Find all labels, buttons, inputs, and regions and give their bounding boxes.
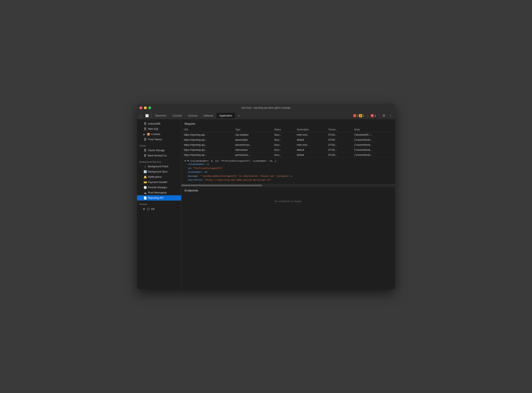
cell-4-5: {"columnNumb... bbox=[352, 152, 395, 157]
col-body: Body bbox=[352, 127, 395, 133]
cell-3-3: default bbox=[294, 147, 326, 152]
tab-more[interactable]: » bbox=[235, 113, 242, 118]
notifications-icon: 🔔 bbox=[143, 175, 147, 179]
sidebar-item-cookies[interactable]: ▶ 🍪 Cookies bbox=[137, 132, 181, 137]
cell-2-5: {"columnNumb... bbox=[352, 142, 395, 147]
sidebar-item-reportingapi[interactable]: 📄 Reporting API bbox=[137, 195, 181, 201]
sidebar-item-bgfetch[interactable]: ↕ Background Fetch bbox=[137, 164, 181, 169]
tab-network[interactable]: Network bbox=[201, 113, 216, 118]
json-line-0: columnNumber: 8 bbox=[185, 162, 392, 166]
sidebar-item-indexeddb[interactable]: 🗄 IndexedDB bbox=[137, 121, 181, 126]
cell-2-3: main-end... bbox=[294, 142, 326, 147]
scrollbar-thumb[interactable] bbox=[181, 185, 262, 186]
cell-0-2: Succ... bbox=[272, 133, 294, 138]
cell-4-2: Succ... bbox=[272, 152, 294, 157]
sidebar-item-notifications[interactable]: 🔔 Notifications bbox=[137, 174, 181, 180]
sidebar-item-periodicbg[interactable]: 🕐 Periodic Backgro bbox=[137, 185, 181, 190]
title-bar: DevTools - reporting-api-demo.glitch.me/… bbox=[137, 104, 395, 112]
more-options-button[interactable]: ⋮ bbox=[388, 113, 393, 118]
tab-right-actions: ✕ 2 ⚠ 1 ⚑ 1 ⚙ ⋮ bbox=[352, 113, 393, 118]
element-picker-button[interactable]: ⬚ bbox=[139, 113, 144, 118]
sidebar-item-paymenthandler[interactable]: 💳 Payment Handler bbox=[137, 180, 181, 185]
periodicbg-icon: 🕐 bbox=[143, 186, 147, 189]
cell-0-0: https://reporting-api... bbox=[181, 133, 233, 138]
col-url: URL bbox=[181, 127, 233, 133]
reports-table-container[interactable]: URL Type Status Destination Timest... Bo… bbox=[181, 127, 395, 157]
websql-icon: 🗄 bbox=[143, 127, 147, 131]
table-row[interactable]: https://reporting-api...document-po...Su… bbox=[181, 142, 395, 147]
device-toolbar-button[interactable]: ⬜ bbox=[144, 113, 150, 118]
cell-0-5: {"blockedURL":... bbox=[352, 133, 395, 138]
right-separator bbox=[379, 114, 379, 118]
json-key-4: sourceFile bbox=[188, 179, 202, 181]
json-line-1: id: "PrefixedStorageInfo" bbox=[185, 166, 392, 170]
tab-elements[interactable]: Elements bbox=[152, 113, 169, 118]
json-key-1: id bbox=[188, 167, 191, 169]
sidebar-item-cachestorage[interactable]: 🗄 Cache Storage bbox=[137, 148, 181, 153]
tab-bar: ⬚ ⬜ Elements Console Sources Network App… bbox=[137, 112, 395, 119]
bgfetch-icon: ↕ bbox=[143, 165, 147, 168]
horizontal-scrollbar[interactable] bbox=[181, 184, 395, 187]
no-endpoints-message: No endpoints to display bbox=[181, 194, 395, 209]
report-count-badge[interactable]: ⚑ 1 bbox=[369, 114, 377, 118]
cell-4-4: 07/10/... bbox=[326, 152, 352, 157]
cookies-expand-arrow[interactable]: ▶ bbox=[143, 133, 146, 135]
reports-table: URL Type Status Destination Timest... Bo… bbox=[181, 127, 395, 157]
frames-top-expand-arrow[interactable]: ▶ bbox=[143, 208, 146, 210]
tab-console[interactable]: Console bbox=[170, 113, 185, 118]
table-row[interactable]: https://reporting-api...interventionSucc… bbox=[181, 147, 395, 152]
paymenthandler-icon: 💳 bbox=[143, 181, 147, 184]
sidebar-item-pushmessaging[interactable]: ☁ Push Messaging bbox=[137, 190, 181, 195]
cell-2-2: Succ... bbox=[272, 142, 294, 147]
json-value-3: "'window.webkitStorageInfo' is deprecate… bbox=[200, 175, 292, 177]
tab-application[interactable]: Application bbox=[216, 113, 235, 118]
table-row[interactable]: https://reporting-api...csp-violationSuc… bbox=[181, 133, 395, 138]
settings-button[interactable]: ⚙ bbox=[381, 113, 386, 118]
sidebar-item-frames-top[interactable]: ▶ ▢ top bbox=[137, 206, 181, 211]
sidebar-item-websql[interactable]: 🗄 Web SQL bbox=[137, 126, 181, 132]
cell-3-2: Succ... bbox=[272, 147, 294, 152]
frames-top-icon: ▢ bbox=[147, 207, 150, 210]
cell-4-0: https://reporting-api... bbox=[181, 152, 233, 157]
sidebar-item-trusttokens[interactable]: 🗄 Trust Tokens bbox=[137, 137, 181, 142]
json-value-4: "https://reporting-api-demo.glitch.me/sc… bbox=[205, 179, 271, 181]
table-row[interactable]: https://reporting-api...permissions-...S… bbox=[181, 152, 395, 157]
sidebar-item-bgsync[interactable]: 🔄 Background Sync bbox=[137, 169, 181, 174]
maximize-button[interactable] bbox=[148, 106, 151, 109]
minimize-button[interactable] bbox=[144, 106, 147, 109]
json-line-3: message: "'window.webkitStorageInfo' is … bbox=[185, 174, 392, 178]
json-key-0: columnNumber bbox=[188, 163, 205, 166]
json-value-0: 8 bbox=[207, 163, 209, 166]
json-line-2: lineNumber: 19 bbox=[185, 170, 392, 174]
reports-section-title: Reports bbox=[181, 119, 395, 127]
json-collapse-arrow[interactable]: ▼ bbox=[185, 160, 186, 162]
endpoints-section: Endpoints No endpoints to display bbox=[181, 187, 395, 209]
window-title: DevTools - reporting-api-demo.glitch.me/… bbox=[242, 106, 291, 109]
right-panel: Reports URL Type Status Destination Time… bbox=[181, 119, 395, 289]
cell-2-1: document-po... bbox=[233, 142, 272, 147]
bgsync-icon: 🔄 bbox=[143, 170, 147, 173]
frames-section-header: Frames bbox=[137, 201, 181, 206]
endpoints-section-title: Endpoints bbox=[181, 187, 395, 194]
close-button[interactable] bbox=[139, 106, 142, 109]
cell-3-5: {"columnNumb... bbox=[352, 147, 395, 152]
json-key-2: lineNumber bbox=[188, 171, 202, 173]
sidebar-item-backforward[interactable]: 🗄 Back-forward Ca bbox=[137, 153, 181, 158]
cell-0-3: main-end... bbox=[294, 133, 326, 138]
tab-sources[interactable]: Sources bbox=[185, 113, 200, 118]
table-row[interactable]: https://reporting-api...deprecationSucc.… bbox=[181, 138, 395, 142]
cell-1-4: 07/10/... bbox=[326, 138, 352, 142]
cookies-icon: 🍪 bbox=[147, 133, 150, 136]
badge-separator bbox=[367, 114, 367, 118]
error-count-badge[interactable]: ✕ 2 ⚠ 1 bbox=[352, 114, 365, 118]
sidebar: 🗄 IndexedDB 🗄 Web SQL ▶ 🍪 Cookies 🗄 Trus… bbox=[137, 119, 181, 289]
json-value-2: 19 bbox=[205, 171, 207, 173]
col-destination: Destination bbox=[294, 127, 326, 133]
bgservices-section-header: Background Services bbox=[137, 158, 181, 164]
cell-3-4: 07/10/... bbox=[326, 147, 352, 152]
report-icon: ⚑ bbox=[371, 114, 374, 117]
cell-0-1: csp-violation bbox=[233, 133, 272, 138]
error-icon: ✕ bbox=[353, 114, 356, 117]
cachestorage-icon: 🗄 bbox=[143, 149, 147, 152]
cell-1-0: https://reporting-api... bbox=[181, 138, 233, 142]
